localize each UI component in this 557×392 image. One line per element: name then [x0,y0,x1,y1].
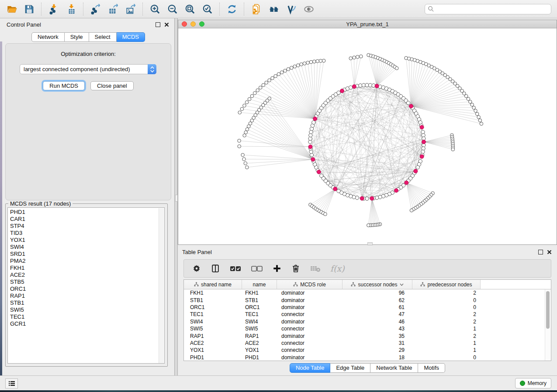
table-scrollbar[interactable] [545,289,550,361]
table-row[interactable]: FKH1FKH1dominator962 [184,289,551,296]
float-table-panel-icon[interactable] [538,250,543,254]
mcds-network-node[interactable] [311,158,315,162]
optimization-criterion-select[interactable]: largest connected component (undirected) [20,64,156,74]
mcds-network-node[interactable] [394,189,398,193]
add-icon[interactable] [272,264,282,273]
mcds-node-item[interactable]: RAP1 [10,292,164,299]
network-node[interactable] [416,165,419,169]
network-node[interactable] [280,71,284,74]
network-node[interactable] [303,62,306,65]
network-canvas[interactable] [178,28,557,244]
network-node[interactable] [259,86,262,89]
network-node[interactable] [356,55,360,59]
mcds-network-node[interactable] [308,145,312,149]
mcds-result-list[interactable]: PHD1CAR1STP4TID3YOX1SWI4SRD1PMA2FKH1ACE2… [7,207,165,364]
network-node[interactable] [349,57,353,60]
network-node[interactable] [478,119,482,122]
vertical-splitter[interactable] [174,18,178,375]
column-header-name[interactable]: name [242,280,277,289]
tab-style[interactable]: Style [65,32,89,42]
network-window-titlebar[interactable]: YPA_prune.txt_1 [178,20,557,28]
mcds-node-item[interactable]: ACE2 [10,272,164,279]
mcds-node-item[interactable]: PHD1 [10,209,164,216]
network-node[interactable] [256,89,259,92]
column-header-predecessor-nodes[interactable]: predecessor nodes [412,280,481,289]
network-node[interactable] [324,213,327,216]
network-node[interactable] [471,103,474,107]
network-node[interactable] [406,101,410,105]
network-node[interactable] [238,111,242,114]
refresh-icon[interactable] [226,3,238,15]
mcds-list-scrollbar[interactable] [159,208,164,364]
close-panel-icon[interactable] [164,22,169,27]
mcds-network-node[interactable] [360,196,364,200]
network-node[interactable] [238,139,241,143]
tab-node-table[interactable]: Node Table [290,363,331,373]
horizontal-splitter-handle[interactable] [367,242,373,245]
mcds-node-item[interactable]: PMA2 [10,258,164,265]
network-node[interactable] [244,131,248,134]
search-field[interactable] [425,4,551,14]
zoom-selected-icon[interactable] [202,3,213,15]
sort-chevron-down-icon[interactable] [400,283,404,286]
network-node[interactable] [469,100,472,103]
mcds-node-item[interactable]: TID3 [10,230,164,237]
delete-table-icon[interactable] [310,264,321,273]
import-table-icon[interactable] [66,3,77,15]
network-node[interactable] [243,104,246,107]
export-network-icon[interactable] [90,3,101,15]
table-row[interactable]: TEC1TEC1connector472 [184,311,551,318]
network-node[interactable] [243,134,246,138]
mcds-node-item[interactable]: YOX1 [10,237,164,244]
tab-mcds[interactable]: MCDS [117,32,145,42]
network-node[interactable] [246,127,249,131]
network-node[interactable] [477,116,481,119]
network-node[interactable] [474,109,477,113]
zoom-fit-icon[interactable] [184,3,196,15]
tab-motifs[interactable]: Motifs [418,363,445,373]
mcds-network-node[interactable] [405,181,408,185]
mcds-network-node[interactable] [420,155,424,158]
close-panel-button[interactable]: Close panel [90,81,134,90]
mcds-node-item[interactable]: STB5 [10,279,164,285]
network-node[interactable] [353,56,356,59]
table-row[interactable]: STB1STB1dominator620 [184,296,551,303]
network-node[interactable] [287,68,290,71]
mcds-network-node[interactable] [375,84,379,88]
network-node[interactable] [248,97,251,101]
network-node[interactable] [238,144,241,148]
home-icon[interactable] [268,3,280,15]
import-network-icon[interactable] [48,3,59,15]
network-node[interactable] [320,174,323,177]
network-node[interactable] [472,106,476,110]
search-input[interactable] [436,6,548,13]
column-header-shared-name[interactable]: shared name [184,280,242,289]
network-node[interactable] [410,209,413,212]
network-node[interactable] [268,79,271,82]
show-panels-button[interactable] [5,378,18,389]
network-node[interactable] [312,120,315,124]
mcds-node-item[interactable]: STB1 [10,299,164,306]
network-share-icon[interactable] [251,3,262,15]
network-node[interactable] [271,76,274,80]
network-node[interactable] [451,148,455,151]
mcds-node-item[interactable]: CAR1 [10,216,164,223]
table-row[interactable]: RAP1RAP1dominator352 [184,332,551,339]
mcds-node-item[interactable]: SWI5 [10,306,164,313]
network-node[interactable] [480,122,483,126]
network-node[interactable] [240,107,244,111]
mcds-network-node[interactable] [317,170,321,174]
network-node[interactable] [306,61,310,65]
memory-button[interactable]: Memory [515,378,551,389]
network-node[interactable] [349,86,353,89]
mcds-node-item[interactable]: FKH1 [10,265,164,272]
mcds-network-node[interactable] [352,85,356,89]
network-node[interactable] [367,224,370,227]
export-image-icon[interactable] [125,3,136,15]
network-node[interactable] [265,81,268,85]
mcds-network-node[interactable] [414,169,418,173]
node-table[interactable]: shared namenameMCDS rolesuccessor nodesp… [183,279,551,361]
table-row[interactable]: YOX1YOX1connector291 [184,347,551,354]
close-table-panel-icon[interactable] [547,250,552,254]
select-all-icon[interactable] [229,264,242,273]
